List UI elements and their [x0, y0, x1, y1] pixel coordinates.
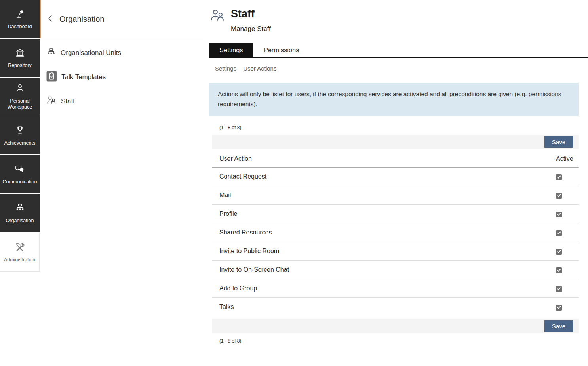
- row-label: Talks: [212, 298, 556, 316]
- tab-bar: Settings Permissions: [209, 43, 588, 58]
- sidebar-item-label: Communication: [2, 179, 38, 185]
- row-label: Invite to On-Screen Chat: [212, 261, 556, 279]
- tab-permissions[interactable]: Permissions: [253, 43, 310, 57]
- active-checkbox[interactable]: [556, 286, 562, 292]
- sidebar-item-communication[interactable]: Communication: [0, 155, 40, 194]
- active-checkbox[interactable]: [556, 212, 562, 217]
- app-window: Dashboard Repository Personal Worksp: [0, 0, 588, 366]
- row-label: Invite to Public Room: [212, 242, 556, 261]
- table-row: Talks: [212, 298, 579, 316]
- active-checkbox[interactable]: [556, 230, 562, 236]
- active-checkbox[interactable]: [556, 305, 562, 311]
- page-title: Staff: [231, 8, 271, 20]
- save-button[interactable]: Save: [544, 320, 573, 332]
- row-label: Shared Resources: [212, 223, 556, 242]
- panel-item-organisational-units[interactable]: Organisational Units: [40, 41, 203, 65]
- table-row: Invite to On-Screen Chat: [212, 261, 579, 279]
- sidebar-item-dashboard[interactable]: Dashboard: [0, 0, 40, 39]
- org-chart-icon: [46, 47, 56, 59]
- result-count-top: (1 - 8 of 8): [219, 125, 579, 130]
- org-chart-icon: [15, 202, 25, 215]
- sidebar-item-label: Organisation: [2, 218, 38, 224]
- panel-item-label: Talk Templates: [61, 73, 106, 81]
- person-icon: [15, 83, 25, 95]
- main-sidebar: Dashboard Repository Personal Worksp: [0, 0, 40, 366]
- column-header-active: Active: [556, 151, 579, 168]
- main-content: Staff Manage Staff Settings Permissions …: [203, 0, 588, 366]
- column-header-user-action: User Action: [212, 151, 556, 168]
- sidebar-item-label: Personal Workspace: [2, 98, 38, 111]
- panel-title: Organisation: [59, 15, 104, 24]
- people-icon: [46, 95, 57, 107]
- panel-item-label: Organisational Units: [61, 49, 121, 57]
- panel-item-staff[interactable]: Staff: [40, 89, 203, 113]
- panel-item-talk-templates[interactable]: Talk Templates: [40, 65, 203, 89]
- table-header-row: User Action Active: [212, 151, 579, 168]
- sidebar-item-personal-workspace[interactable]: Personal Workspace: [0, 78, 40, 116]
- sidebar-item-administration[interactable]: Administration: [0, 233, 40, 272]
- row-label: Mail: [212, 186, 556, 205]
- sidebar-item-label: Administration: [2, 257, 38, 263]
- subnav-link-user-actions[interactable]: User Actions: [243, 65, 276, 72]
- chevron-left-icon: [48, 15, 52, 24]
- table-row: Shared Resources: [212, 223, 579, 242]
- subnav-link-settings[interactable]: Settings: [215, 65, 236, 72]
- sidebar-item-organisation[interactable]: Organisation: [0, 194, 40, 233]
- table-row: Mail: [212, 186, 579, 205]
- chat-bubbles-icon: [15, 164, 25, 176]
- panel-item-label: Staff: [61, 97, 75, 105]
- sidebar-item-label: Achievements: [2, 140, 38, 147]
- sidebar-item-achievements[interactable]: Achievements: [0, 116, 40, 155]
- toolbar-bottom: Save: [212, 319, 579, 333]
- sidebar-item-label: Repository: [2, 63, 38, 69]
- panel-header: Organisation: [40, 0, 203, 38]
- active-checkbox[interactable]: [556, 174, 562, 180]
- lamp-icon: [15, 8, 25, 21]
- table-row: Contact Request: [212, 168, 579, 186]
- clipboard-check-icon: [46, 71, 57, 84]
- row-label: Profile: [212, 205, 556, 223]
- sidebar-item-label: Dashboard: [2, 24, 38, 30]
- people-icon: [209, 8, 226, 24]
- table-row: Add to Group: [212, 279, 579, 298]
- info-message: Actions will only be listet for users, i…: [209, 83, 579, 116]
- row-label: Add to Group: [212, 279, 556, 298]
- toolbar-top: Save: [212, 135, 579, 149]
- table-row: Invite to Public Room: [212, 242, 579, 261]
- back-button[interactable]: [46, 13, 54, 25]
- active-checkbox[interactable]: [556, 193, 562, 199]
- active-checkbox[interactable]: [556, 249, 562, 255]
- user-actions-table: User Action Active Contact Request Mail …: [212, 151, 579, 316]
- active-checkbox[interactable]: [556, 267, 562, 273]
- tab-settings[interactable]: Settings: [209, 43, 253, 57]
- row-label: Contact Request: [212, 168, 556, 186]
- table-row: Profile: [212, 205, 579, 223]
- trophy-icon: [15, 125, 25, 137]
- save-button[interactable]: Save: [544, 136, 573, 148]
- page-subtitle: Manage Staff: [231, 25, 271, 33]
- sub-navigation: Settings User Actions: [215, 65, 588, 72]
- bank-icon: [15, 47, 25, 60]
- result-count-bottom: (1 - 8 of 8): [219, 338, 579, 344]
- panel-list: Organisational Units Talk Templates: [40, 38, 203, 113]
- content-area: Actions will only be listet for users, i…: [203, 72, 588, 344]
- page-header: Staff Manage Staff: [203, 0, 588, 33]
- organisation-panel: Organisation Organisational Units: [40, 0, 203, 366]
- sidebar-item-repository[interactable]: Repository: [0, 39, 40, 78]
- tools-icon: [14, 241, 25, 254]
